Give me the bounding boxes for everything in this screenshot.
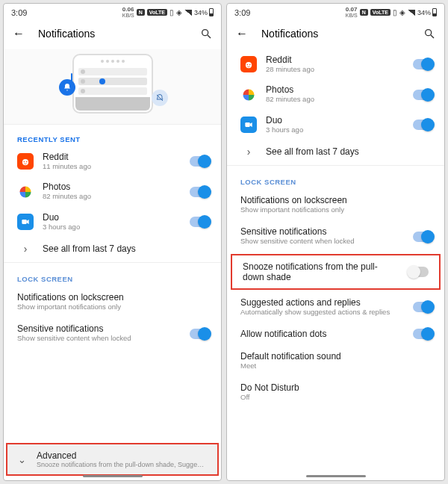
setting-sub: Show sensitive content when locked — [17, 334, 181, 343]
section-lock-screen: LOCK SCREEN — [4, 264, 221, 286]
setting-sub: Show important notifications only — [17, 302, 211, 311]
app-row-photos[interactable]: Photos 82 minutes ago — [227, 79, 444, 109]
vibrate-icon: ▯ — [169, 8, 174, 16]
clock: 3:09 — [11, 8, 27, 17]
svg-point-3 — [22, 159, 28, 165]
toggle-sensitive[interactable] — [413, 232, 434, 242]
setting-label: Sensitive notifications — [17, 323, 181, 334]
row-notifications-lockscreen[interactable]: Notifications on lockscreen Show importa… — [4, 286, 221, 317]
see-all-label: See all from last 7 days — [43, 243, 211, 254]
app-name: Duo — [43, 212, 181, 223]
toggle-photos[interactable] — [413, 90, 434, 100]
app-time: 82 minutes ago — [43, 192, 181, 201]
setting-sub: Automatically show suggested actions & r… — [240, 308, 404, 317]
n-badge: N — [137, 9, 145, 16]
see-all-row[interactable]: › See all from last 7 days — [4, 237, 221, 261]
page-title: Notifications — [38, 28, 187, 40]
back-button[interactable]: ← — [236, 27, 248, 40]
app-row-photos[interactable]: Photos 82 minutes ago — [4, 176, 221, 206]
setting-sub: Show sensitive content when locked — [240, 237, 404, 246]
wifi-icon: ◈ — [176, 8, 182, 16]
setting-label: Allow notification dots — [240, 329, 404, 339]
see-all-label: See all from last 7 days — [266, 146, 434, 157]
row-sensitive[interactable]: Sensitive notifications Show sensitive c… — [4, 317, 221, 349]
row-suggested[interactable]: Suggested actions and replies Automatica… — [227, 291, 444, 323]
toggle-dots[interactable] — [413, 329, 434, 339]
svg-point-5 — [26, 161, 28, 163]
clock: 3:09 — [234, 8, 250, 17]
svg-rect-12 — [245, 122, 249, 127]
reddit-icon — [17, 153, 34, 170]
toggle-duo[interactable] — [413, 120, 434, 130]
app-time: 82 minutes ago — [266, 95, 404, 104]
row-snooze[interactable]: Snooze notifications from the pull-down … — [232, 255, 439, 288]
advanced-label: Advanced — [37, 450, 207, 461]
see-all-row[interactable]: › See all from last 7 days — [227, 140, 444, 164]
status-bar: 3:09 0.06KB/S N VoLTE ▯ ◈ 34% — [4, 4, 221, 19]
app-row-duo[interactable]: Duo 3 hours ago — [227, 110, 444, 140]
app-name: Reddit — [266, 55, 404, 65]
toggle-duo[interactable] — [190, 217, 211, 227]
snooze-highlight: Snooze notifications from the pull-down … — [231, 254, 441, 290]
svg-line-1 — [208, 35, 211, 38]
nav-handle[interactable] — [83, 475, 143, 477]
setting-label: Notifications on lockscreen — [17, 292, 211, 302]
signal-icon — [184, 10, 192, 16]
app-time: 11 minutes ago — [43, 162, 181, 171]
status-bar: 3:09 0.07KB/S N VoLTE ▯ ◈ 34% — [227, 4, 444, 19]
row-dots[interactable]: Allow notification dots — [227, 323, 444, 345]
n-badge: N — [360, 9, 368, 16]
hero-illustration — [4, 49, 221, 125]
duo-icon — [240, 117, 257, 133]
app-name: Photos — [43, 182, 181, 192]
svg-rect-6 — [22, 220, 26, 224]
app-row-reddit[interactable]: Reddit 11 minutes ago — [4, 146, 221, 176]
photos-icon — [240, 87, 257, 103]
nav-handle[interactable] — [306, 475, 366, 477]
duo-icon — [17, 214, 34, 230]
chevron-down-icon: ⌄ — [18, 454, 26, 465]
app-row-duo[interactable]: Duo 3 hours ago — [4, 207, 221, 237]
app-time: 28 minutes ago — [266, 65, 404, 74]
toggle-photos[interactable] — [190, 187, 211, 197]
photos-icon — [17, 184, 34, 200]
signal-icon — [408, 10, 415, 16]
section-recently-sent: RECENTLY SENT — [4, 125, 221, 146]
bell-on-icon — [59, 79, 75, 96]
svg-point-7 — [426, 30, 432, 36]
app-row-reddit[interactable]: Reddit 28 minutes ago — [227, 49, 444, 79]
app-name: Photos — [266, 84, 404, 95]
toggle-reddit[interactable] — [413, 59, 434, 69]
svg-point-10 — [246, 64, 248, 66]
toggle-reddit[interactable] — [190, 156, 211, 167]
header: ← Notifications — [4, 19, 221, 49]
row-dnd[interactable]: Do Not Disturb Off — [227, 376, 444, 408]
back-button[interactable]: ← — [13, 27, 25, 40]
setting-label: Suggested actions and replies — [240, 297, 404, 308]
setting-label: Notifications on lockscreen — [240, 195, 434, 205]
app-time: 3 hours ago — [43, 223, 181, 232]
search-button[interactable] — [200, 28, 212, 40]
advanced-row[interactable]: ⌄ Advanced Snooze notifications from the… — [7, 444, 217, 474]
toggle-sensitive[interactable] — [190, 329, 211, 339]
row-default-sound[interactable]: Default notification sound Meet — [227, 345, 444, 376]
toggle-suggested[interactable] — [413, 302, 434, 312]
section-lock-screen: LOCK SCREEN — [227, 167, 444, 189]
net-rate: 0.07KB/S — [346, 7, 358, 18]
svg-point-4 — [23, 161, 25, 163]
app-name: Duo — [266, 115, 404, 125]
setting-sub: Off — [240, 393, 434, 402]
toggle-snooze[interactable] — [408, 267, 429, 277]
search-button[interactable] — [423, 28, 435, 40]
volte-badge: VoLTE — [370, 9, 391, 16]
setting-label: Sensitive notifications — [240, 226, 404, 237]
reddit-icon — [240, 56, 257, 72]
battery: 34% — [417, 8, 437, 16]
row-notifications-lockscreen[interactable]: Notifications on lockscreen Show importa… — [227, 189, 444, 220]
volte-badge: VoLTE — [147, 9, 167, 16]
bell-off-icon — [152, 90, 168, 106]
row-sensitive[interactable]: Sensitive notifications Show sensitive c… — [227, 220, 444, 252]
setting-label: Snooze notifications from the pull-down … — [243, 261, 399, 282]
phone-right: 3:09 0.07KB/S N VoLTE ▯ ◈ 34% ← Notifica… — [226, 3, 445, 481]
page-title: Notifications — [261, 28, 410, 40]
